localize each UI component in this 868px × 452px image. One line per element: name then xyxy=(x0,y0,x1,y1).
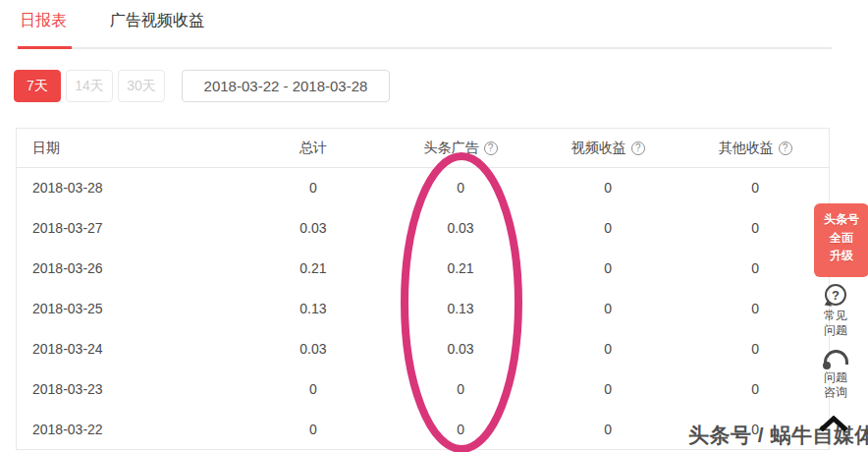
consult-label-line: 问题 xyxy=(824,370,847,385)
value-cell: 0.13 xyxy=(240,289,387,329)
range-button-14d[interactable]: 14天 xyxy=(66,70,113,102)
help-icon[interactable]: ? xyxy=(484,141,498,155)
value-cell: 0 xyxy=(534,208,681,249)
tab-divider xyxy=(18,47,832,49)
value-cell: 0 xyxy=(534,329,681,369)
value-cell: 0 xyxy=(240,168,387,208)
faq-widget[interactable]: ? 常见 问题 xyxy=(812,284,859,338)
value-cell: 0 xyxy=(681,168,829,208)
value-cell: 0 xyxy=(534,168,681,208)
column-header-video-revenue-label: 视频收益 xyxy=(571,140,626,157)
column-header-other-revenue-label: 其他收益 xyxy=(719,140,774,157)
value-cell: 0.03 xyxy=(387,208,534,249)
value-cell: 0 xyxy=(534,410,681,450)
value-cell: 0 xyxy=(681,369,829,410)
faq-label-line: 问题 xyxy=(824,323,847,338)
date-range-picker[interactable]: 2018-03-22 - 2018-03-28 xyxy=(182,70,390,102)
upgrade-badge[interactable]: 头条号 全面 升级 xyxy=(814,203,868,277)
table-row: 2018-03-22 0 0 0 0 xyxy=(17,410,830,450)
value-cell: 0.21 xyxy=(387,249,534,289)
date-cell: 2018-03-26 xyxy=(17,249,240,289)
revenue-table: 日期 总计 头条广告 ? 视频收益 ? 其他收益 xyxy=(16,128,830,450)
table-row: 2018-03-23 0 0 0 0 xyxy=(17,369,830,410)
back-to-top-chevron-icon[interactable] xyxy=(820,416,847,431)
value-cell: 0 xyxy=(534,369,681,410)
value-cell: 0.21 xyxy=(240,249,387,289)
date-cell: 2018-03-28 xyxy=(17,168,240,208)
date-cell: 2018-03-24 xyxy=(17,329,240,369)
date-cell: 2018-03-25 xyxy=(17,289,240,329)
value-cell: 0 xyxy=(681,410,829,450)
tab-daily-report[interactable]: 日报表 xyxy=(20,11,67,31)
range-button-7d[interactable]: 7天 xyxy=(14,70,61,102)
question-bubble-icon: ? xyxy=(825,284,846,306)
range-button-30d[interactable]: 30天 xyxy=(118,70,165,102)
value-cell: 0 xyxy=(681,208,829,249)
table-row: 2018-03-28 0 0 0 0 xyxy=(17,168,830,208)
column-header-date: 日期 xyxy=(17,129,240,168)
column-header-total: 总计 xyxy=(240,129,387,168)
value-cell: 0 xyxy=(534,249,681,289)
help-icon[interactable]: ? xyxy=(631,141,645,155)
value-cell: 0 xyxy=(240,410,387,450)
help-icon[interactable]: ? xyxy=(779,141,792,155)
headset-icon xyxy=(824,350,848,365)
consult-label-line: 咨询 xyxy=(824,385,847,400)
column-header-toutiao-ad: 头条广告 ? xyxy=(387,129,534,168)
consult-widget[interactable]: 问题 咨询 xyxy=(812,346,859,400)
table-header-row: 日期 总计 头条广告 ? 视频收益 ? 其他收益 xyxy=(17,129,830,168)
active-tab-underline xyxy=(18,46,72,49)
value-cell: 0.13 xyxy=(387,289,534,329)
value-cell: 0 xyxy=(240,369,387,410)
date-cell: 2018-03-22 xyxy=(17,410,240,450)
column-header-other-revenue: 其他收益 ? xyxy=(681,129,829,168)
value-cell: 0 xyxy=(387,410,534,450)
faq-label-line: 常见 xyxy=(824,309,847,323)
value-cell: 0.03 xyxy=(240,208,387,249)
value-cell: 0.03 xyxy=(387,329,534,369)
value-cell: 0.03 xyxy=(240,329,387,369)
date-cell: 2018-03-27 xyxy=(17,208,240,249)
upgrade-badge-line: 头条号 xyxy=(814,210,868,229)
value-cell: 0 xyxy=(681,329,829,369)
table-row: 2018-03-27 0.03 0.03 0 0 xyxy=(17,208,830,249)
upgrade-badge-line: 全面 xyxy=(814,229,868,248)
column-header-toutiao-ad-label: 头条广告 xyxy=(424,140,479,157)
table-row: 2018-03-26 0.21 0.21 0 0 xyxy=(17,249,830,289)
upgrade-badge-line: 升级 xyxy=(814,247,868,265)
daily-report-page: 日报表 广告视频收益 7天 14天 30天 2018-03-22 - 2018-… xyxy=(0,0,868,452)
date-cell: 2018-03-23 xyxy=(17,369,240,410)
table-row: 2018-03-24 0.03 0.03 0 0 xyxy=(17,329,830,369)
table-row: 2018-03-25 0.13 0.13 0 0 xyxy=(17,289,830,329)
value-cell: 0 xyxy=(681,249,829,289)
column-header-video-revenue: 视频收益 ? xyxy=(534,129,681,168)
value-cell: 0 xyxy=(534,289,681,329)
tab-ad-video-revenue[interactable]: 广告视频收益 xyxy=(110,11,204,31)
value-cell: 0 xyxy=(387,168,534,208)
tab-bar: 日报表 广告视频收益 xyxy=(20,11,204,31)
value-cell: 0 xyxy=(681,289,829,329)
value-cell: 0 xyxy=(387,369,534,410)
